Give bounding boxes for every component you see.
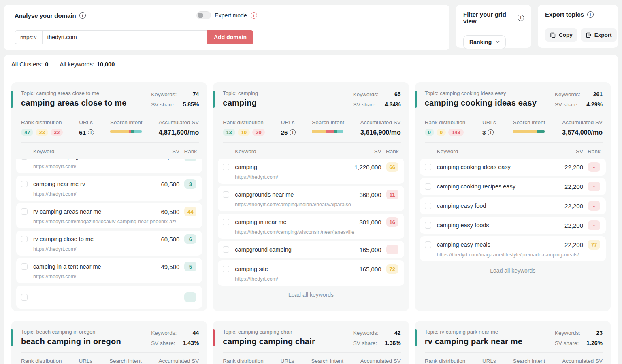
search-intent-label: Search intent xyxy=(513,119,545,125)
row-checkbox[interactable] xyxy=(21,181,28,187)
ranking-dropdown-value: Ranking xyxy=(469,39,492,45)
keyword-row: rv camping areas near me 60,500 44 https… xyxy=(16,203,202,228)
keyword-table-header: Keyword SV Rank xyxy=(218,145,404,159)
sv-value: 165,000 xyxy=(359,266,381,273)
card-topic-label: Topic: camping areas close to me xyxy=(21,90,127,96)
row-checkbox[interactable] xyxy=(425,203,431,209)
export-info-icon[interactable]: i xyxy=(587,11,594,18)
rank-pill: 10 xyxy=(238,129,250,136)
sv-share-label: SV share: xyxy=(353,102,377,108)
sv-value: 22,200 xyxy=(564,222,583,229)
card-accent-bar xyxy=(213,91,215,108)
card-keywords-value: 42 xyxy=(394,330,401,336)
load-all-keywords-button[interactable]: Load all keywords xyxy=(218,288,404,300)
add-domain-button[interactable]: Add domain xyxy=(207,30,253,44)
card-accent-bar xyxy=(11,91,13,108)
search-intent-col: Search intent xyxy=(312,119,344,133)
card-stats-row: Rank distribution 13 10 20 URLs 26 ! Sea… xyxy=(213,114,409,142)
topic-card: Topic: camping cooking ideas easy campin… xyxy=(415,82,611,311)
urls-col: URLs 3 ! xyxy=(482,119,496,136)
expert-mode-info-icon[interactable]: i xyxy=(251,12,257,19)
row-checkbox[interactable] xyxy=(21,159,28,160)
export-button[interactable]: Export xyxy=(581,28,617,42)
sv-share-label: SV share: xyxy=(555,340,579,346)
row-checkbox[interactable] xyxy=(21,294,28,301)
row-checkbox[interactable] xyxy=(21,236,28,242)
card-accent-bar xyxy=(415,329,417,346)
urls-warning-icon[interactable]: ! xyxy=(488,129,494,135)
rank-badge: 3 xyxy=(184,159,196,161)
summary-bar: All Clusters: 0 All keywords: 10,000 xyxy=(4,55,618,74)
rank-distribution-label: Rank distribution xyxy=(21,119,63,125)
accumulated-sv-label: Accumulated SV xyxy=(159,119,199,125)
all-clusters-value: 0 xyxy=(45,61,48,68)
card-kpis: Keywords: 44 SV share: 1.43% xyxy=(151,329,199,346)
rank-pill: 32 xyxy=(51,129,63,136)
accumulated-sv-col: Accumulated SV 4,871,600/mo xyxy=(159,119,199,136)
search-intent-col: Search intent xyxy=(110,119,143,133)
card-accent-bar xyxy=(213,329,215,346)
export-button-label: Export xyxy=(594,32,612,38)
row-checkbox[interactable] xyxy=(21,208,28,215)
keyword-text: campgrounds near me xyxy=(235,191,359,198)
keyword-url: https://thedyrt.com/magazine/local/rv-ca… xyxy=(33,219,197,224)
keywords-label: Keywords: xyxy=(555,330,580,336)
urls-label: URLs xyxy=(281,358,294,364)
row-checkbox[interactable] xyxy=(425,164,431,170)
analyse-divider xyxy=(15,25,449,25)
search-intent-label: Search intent xyxy=(109,358,142,364)
filter-info-icon[interactable]: i xyxy=(518,15,524,21)
search-intent-bar xyxy=(312,130,343,133)
keyword-url: https://thedyrt.com/ xyxy=(33,274,197,279)
rank-distribution-col: Rank distribution 0 0 143 xyxy=(425,119,466,136)
ranking-dropdown[interactable]: Ranking xyxy=(463,35,506,49)
urls-label: URLs xyxy=(482,358,496,364)
card-keywords-value: 261 xyxy=(593,91,603,97)
card-head-left: Topic: camping cooking ideas easy campin… xyxy=(425,90,537,108)
sv-value: 301,000 xyxy=(359,219,381,226)
expert-mode-toggle[interactable] xyxy=(196,11,211,19)
sv-value: 22,200 xyxy=(564,203,583,210)
row-checkbox[interactable] xyxy=(425,222,431,229)
keyword-row: camping site 165,000 72 https://thedyrt.… xyxy=(218,260,404,286)
row-checkbox[interactable] xyxy=(21,263,28,270)
sv-value: 22,200 xyxy=(564,241,583,248)
row-checkbox[interactable] xyxy=(223,246,229,253)
filter-divider xyxy=(463,30,524,30)
accumulated-sv-label: Accumulated SV xyxy=(159,358,199,364)
rank-distribution-label: Rank distribution xyxy=(223,119,264,125)
urls-label: URLs xyxy=(79,358,92,364)
card-title: beach camping in oregon xyxy=(21,337,121,346)
keyword-url: https://thedyrt.com/ xyxy=(33,246,197,252)
urls-warning-icon[interactable]: ! xyxy=(88,129,94,135)
copy-button[interactable]: Copy xyxy=(545,28,577,42)
search-intent-segment xyxy=(312,130,326,133)
card-keywords-value: 65 xyxy=(394,91,401,97)
all-keywords-label: All keywords: xyxy=(60,61,94,68)
rank-distribution-label: Rank distribution xyxy=(425,119,466,125)
load-all-keywords-button[interactable]: Load all keywords xyxy=(420,264,606,275)
keyword-row: rv camping close to me 60,500 6 https://… xyxy=(16,231,202,256)
search-intent-segment xyxy=(110,130,129,133)
accumulated-sv-col: Accumulated SV 1,049,100/mo xyxy=(562,358,603,364)
rank-pill: 47 xyxy=(21,129,33,136)
rank-badge: - xyxy=(386,245,398,254)
row-checkbox[interactable] xyxy=(223,164,229,170)
row-checkbox[interactable] xyxy=(425,183,431,190)
filter-panel-title: Filter your grid view xyxy=(463,11,514,25)
accumulated-sv-label: Accumulated SV xyxy=(360,119,401,125)
analyse-info-icon[interactable]: i xyxy=(79,12,86,19)
urls-warning-icon[interactable]: ! xyxy=(290,129,296,135)
search-intent-label: Search intent xyxy=(312,119,344,125)
urls-value-row: 3 ! xyxy=(482,129,496,136)
row-checkbox[interactable] xyxy=(425,241,431,248)
domain-input[interactable] xyxy=(42,30,207,44)
rank-badge: 77 xyxy=(588,240,600,250)
row-checkbox[interactable] xyxy=(223,266,229,272)
accumulated-sv-label: Accumulated SV xyxy=(360,358,401,364)
rank-badge: 44 xyxy=(184,207,196,216)
row-checkbox[interactable] xyxy=(223,191,229,198)
export-icon xyxy=(586,32,592,38)
rank-badge: 11 xyxy=(386,190,398,199)
row-checkbox[interactable] xyxy=(223,219,229,225)
